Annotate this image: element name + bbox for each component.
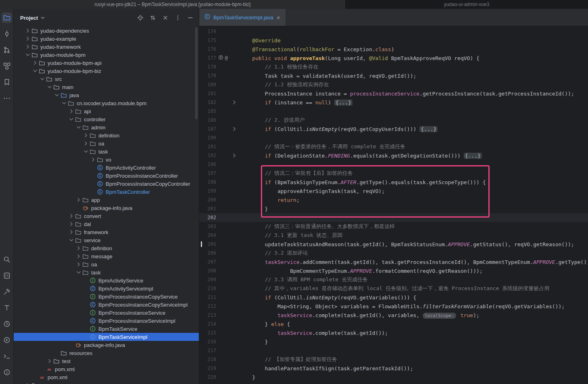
line-number[interactable]: 219 (199, 365, 216, 371)
fold-marker-icon[interactable] (230, 99, 239, 106)
tree-item-task[interactable]: task (14, 147, 199, 156)
code-line[interactable]: 175 @Override (199, 36, 588, 45)
chevron-right-icon[interactable] (46, 358, 53, 364)
code-text[interactable]: approveAfterSignTask(task, reqVO); (239, 188, 385, 194)
gutter[interactable]: 203 (199, 222, 239, 231)
code-line[interactable]: 205 updateTaskStatusAndReason(task.getId… (199, 240, 588, 249)
code-text[interactable]: // 【加签专属】处理加签任务 (239, 356, 337, 363)
chevron-down-icon[interactable] (39, 76, 46, 82)
line-number[interactable]: 203 (199, 224, 216, 229)
code-line[interactable]: 207 taskService.addComment(task.getId(),… (199, 257, 588, 266)
code-line[interactable]: 198 if (BpmTaskSignTypeEnum.AFTER.getTyp… (199, 178, 588, 187)
gutter[interactable]: 208 (199, 266, 239, 275)
gutter[interactable]: 207 (199, 257, 239, 266)
search-icon[interactable] (2, 254, 12, 265)
build-icon[interactable] (2, 286, 12, 297)
line-number[interactable]: 216 (199, 339, 216, 345)
line-number[interactable]: 199 (199, 188, 216, 194)
tree-item-bpmprocessinstanceservice[interactable]: IBpmProcessInstanceService (14, 309, 199, 317)
code-text[interactable]: taskService.complete(task.getId(), varia… (239, 312, 480, 318)
line-number[interactable]: 179 (199, 73, 216, 79)
code-line[interactable]: 216 } (199, 337, 588, 346)
problems-icon[interactable] (2, 367, 12, 378)
tree-item-yudao-example[interactable]: yudao-example (14, 35, 199, 43)
code-text[interactable]: // 情况二：审批有【后】加签的任务 (239, 170, 353, 177)
tree-item-bpmtaskserviceimpl[interactable]: CBpmTaskServiceImpl (14, 333, 199, 341)
line-number[interactable]: 207 (199, 259, 216, 265)
gutter[interactable]: 217 (199, 346, 239, 355)
gutter[interactable]: 181 (199, 89, 239, 98)
fold-marker-icon[interactable] (230, 152, 239, 159)
code-text[interactable]: handleParentTaskIfSign(task.getParentTas… (239, 365, 413, 372)
line-number[interactable]: 175 (199, 37, 216, 43)
line-number[interactable]: 217 (199, 348, 216, 353)
tree-item-bpmactivitycontroller[interactable]: CBpmActivityController (14, 164, 199, 172)
chevron-down-icon[interactable] (68, 116, 75, 122)
code-text[interactable]: Map<String, Object> variables = Flowable… (239, 303, 565, 309)
code-text[interactable]: Task task = validateTask(userId, reqVO.g… (239, 73, 416, 79)
gutter[interactable]: 211 (199, 293, 239, 302)
annotation-gutter-icon[interactable]: @ (225, 55, 227, 61)
line-number[interactable]: 210 (199, 286, 216, 291)
chevron-right-icon[interactable] (75, 245, 82, 251)
code-text[interactable]: return; (239, 197, 300, 203)
tree-item-message[interactable]: message (14, 252, 199, 260)
code-text[interactable]: public void approveTask(Long userId, @Va… (239, 55, 480, 61)
project-scrollbar[interactable] (195, 27, 198, 119)
chevron-right-icon[interactable] (75, 253, 82, 259)
code-text[interactable]: if (DelegationState.PENDING.equals(task.… (239, 153, 482, 159)
code-line[interactable]: 178 // 1.1 校验任务存在 (199, 62, 588, 71)
chevron-down-icon[interactable] (75, 269, 82, 276)
tree-item-test[interactable]: test (14, 357, 199, 365)
code-line[interactable]: 213 taskService.complete(task.getId(), v… (199, 311, 588, 320)
line-number[interactable]: 197 (199, 170, 216, 176)
tree-item-resources[interactable]: resources (14, 349, 199, 357)
tree-item-pom-xml[interactable]: mpom.xml (14, 373, 199, 381)
code-line[interactable]: 217 (199, 346, 588, 355)
gutter[interactable]: 179 (199, 71, 239, 80)
code-text[interactable]: // 情况一：被委派的任务，不调用 complete 去完成任务 (239, 143, 405, 150)
gutter[interactable]: 213 (199, 311, 239, 320)
line-number[interactable]: 208 (199, 268, 216, 274)
gutter[interactable]: 205 (199, 240, 239, 249)
tree-item-framework[interactable]: framework (14, 228, 199, 236)
tree-item-bpmprocessinstancecontroller[interactable]: CBpmProcessInstanceController (14, 172, 199, 180)
more-tool-windows-icon[interactable] (2, 93, 12, 104)
chevron-down-icon[interactable] (82, 148, 90, 155)
code-text[interactable]: updateTaskStatusAndReason(task.getId(), … (239, 241, 574, 247)
tree-item-task[interactable]: task (14, 268, 199, 276)
run-icon[interactable] (2, 335, 12, 345)
line-number[interactable]: 200 (199, 197, 216, 203)
chevron-right-icon[interactable] (31, 60, 39, 66)
tree-item-oa[interactable]: oa (14, 260, 199, 268)
line-number[interactable]: 220 (199, 374, 216, 380)
profiler-icon[interactable] (2, 319, 12, 329)
gutter[interactable]: 206 (199, 249, 239, 257)
tree-item-bpmtaskcontroller[interactable]: CBpmTaskController (14, 188, 199, 196)
tree-item-pom-xml[interactable]: mpom.xml (14, 365, 199, 373)
chevron-down-icon[interactable] (75, 124, 82, 131)
gutter[interactable]: 185 (199, 107, 239, 116)
gutter[interactable]: 214 (199, 320, 239, 328)
code-line[interactable]: 185 (199, 107, 588, 116)
scroll-from-source-button[interactable] (149, 14, 156, 21)
gutter[interactable]: 187 (199, 125, 239, 133)
code-line[interactable]: 181 ProcessInstance instance = processIn… (199, 89, 588, 98)
tree-item-oa[interactable]: oa (14, 139, 199, 147)
code-text[interactable]: } (239, 374, 255, 380)
line-number[interactable]: 180 (199, 82, 216, 87)
bookmarks-icon[interactable] (2, 77, 12, 87)
gutter[interactable]: 192 (199, 151, 239, 160)
code-line[interactable]: 186 // 2. 抄送用户 (199, 116, 588, 125)
code-line[interactable]: 202 (199, 213, 588, 222)
line-number[interactable]: 198 (199, 179, 216, 185)
code-line[interactable]: 190 (199, 133, 588, 142)
line-number[interactable]: 218 (199, 357, 216, 362)
line-number[interactable]: 174 (199, 29, 216, 34)
gutter[interactable]: 196 (199, 160, 239, 169)
code-text[interactable]: // 2. 抄送用户 (239, 116, 305, 124)
gutter[interactable]: 210 (199, 284, 239, 293)
tree-item-bpmactivityserviceimpl[interactable]: CBpmActivityServiceImpl (14, 284, 199, 293)
gutter[interactable]: 198 (199, 178, 239, 187)
chevron-right-icon[interactable] (90, 156, 97, 163)
